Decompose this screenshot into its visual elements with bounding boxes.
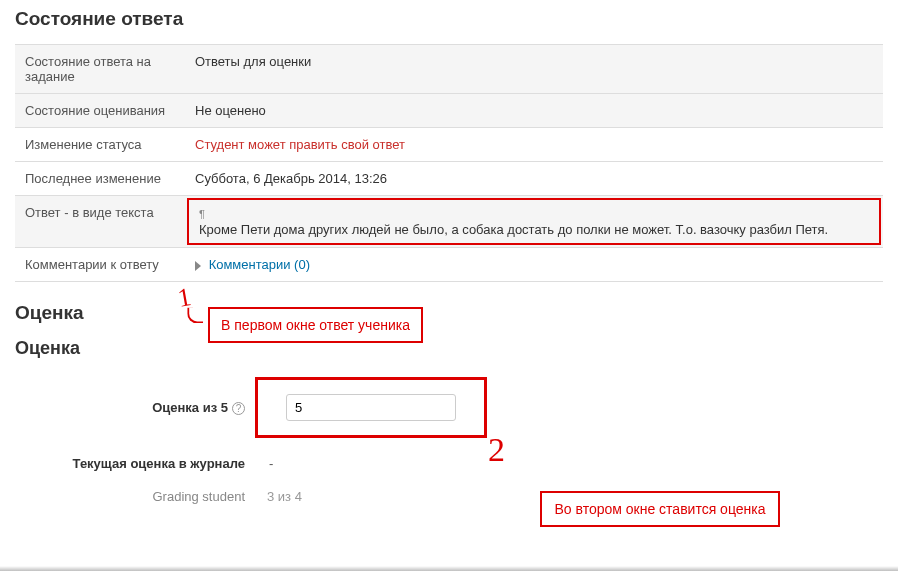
expand-icon[interactable] bbox=[195, 261, 201, 271]
annotation-number-2: 2 bbox=[488, 431, 505, 469]
row-grading-status: Состояние оценивания Не оценено bbox=[15, 94, 883, 128]
annotation-note-1: В первом окне ответ ученика bbox=[208, 307, 423, 343]
last-modified-label: Последнее изменение bbox=[15, 162, 185, 196]
text-icon: ¶ bbox=[199, 208, 205, 220]
current-grade-label: Текущая оценка в журнале bbox=[45, 456, 255, 471]
grade-input-highlight bbox=[255, 377, 487, 438]
status-title: Состояние ответа bbox=[15, 8, 883, 30]
comments-link[interactable]: Комментарии (0) bbox=[209, 257, 310, 272]
bottom-shadow bbox=[0, 566, 898, 571]
submission-status-value: Ответы для оценки bbox=[185, 45, 883, 94]
annotation-note-2: Во втором окне ставится оценка bbox=[540, 491, 780, 527]
status-table: Состояние ответа на задание Ответы для о… bbox=[15, 44, 883, 282]
row-current-grade: Текущая оценка в журнале - bbox=[45, 456, 883, 471]
submission-status-label: Состояние ответа на задание bbox=[15, 45, 185, 94]
row-grade-input: Оценка из 5? bbox=[45, 377, 883, 438]
help-icon[interactable]: ? bbox=[232, 402, 245, 415]
row-answer-text: Ответ - в виде текста ¶ Кроме Пети дома … bbox=[15, 196, 883, 248]
comments-label: Комментарии к ответу bbox=[15, 248, 185, 282]
row-status-change: Изменение статуса Студент может править … bbox=[15, 128, 883, 162]
row-last-modified: Последнее изменение Суббота, 6 Декабрь 2… bbox=[15, 162, 883, 196]
current-grade-value: - bbox=[269, 456, 273, 471]
last-modified-value: Суббота, 6 Декабрь 2014, 13:26 bbox=[185, 162, 883, 196]
answer-text-value: Кроме Пети дома других людей не было, а … bbox=[199, 222, 828, 237]
answer-text-box: ¶ Кроме Пети дома других людей не было, … bbox=[187, 198, 881, 245]
grade-out-of-label: Оценка из 5? bbox=[45, 400, 255, 415]
answer-text-label: Ответ - в виде текста bbox=[15, 196, 185, 248]
row-submission-status: Состояние ответа на задание Ответы для о… bbox=[15, 45, 883, 94]
grading-student-label: Grading student bbox=[45, 489, 255, 504]
grade-title: Оценка bbox=[15, 302, 883, 324]
grade-input[interactable] bbox=[286, 394, 456, 421]
status-change-value: Студент может править свой ответ bbox=[185, 128, 883, 162]
status-change-label: Изменение статуса bbox=[15, 128, 185, 162]
grading-student-value: 3 из 4 bbox=[267, 489, 302, 504]
row-comments: Комментарии к ответу Комментарии (0) bbox=[15, 248, 883, 282]
grading-status-value: Не оценено bbox=[185, 94, 883, 128]
grade-subtitle: Оценка bbox=[15, 338, 883, 359]
grading-status-label: Состояние оценивания bbox=[15, 94, 185, 128]
